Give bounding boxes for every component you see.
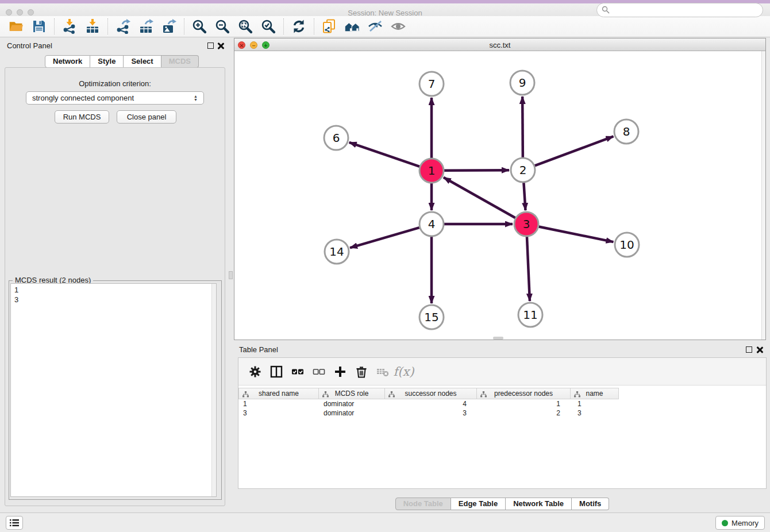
graph-edge-1-6[interactable] [349, 142, 419, 167]
cell-shared-name[interactable]: 3 [238, 408, 319, 418]
graph-edge-2-9[interactable] [522, 97, 523, 157]
network-frame-titlebar[interactable]: ✕ – + scc.txt [234, 38, 765, 51]
graph-node-15[interactable]: 15 [419, 305, 444, 329]
cell-MCDS-role[interactable]: dominator [319, 399, 385, 408]
control-panel-close-icon[interactable] [217, 43, 224, 49]
graph-node-2[interactable]: 2 [511, 158, 535, 182]
graph-edge-1-2[interactable] [444, 170, 509, 171]
graph-node-6[interactable]: 6 [324, 126, 348, 150]
show-all-button[interactable] [387, 17, 410, 36]
criterion-dropdown[interactable]: strongly connected component ▲▼ [26, 91, 204, 105]
panel-splitter-handle[interactable] [229, 271, 233, 279]
svg-text:9: 9 [519, 76, 526, 90]
column-header-MCDS-role[interactable]: MCDS role [319, 388, 385, 399]
apply-layout-refresh-button[interactable] [287, 17, 310, 36]
dropdown-stepper-icon: ▲▼ [194, 95, 198, 102]
hide-selected-button[interactable] [364, 17, 387, 36]
delete-table-button[interactable] [372, 362, 393, 381]
column-header-predecessor-nodes[interactable]: predecessor nodes [477, 388, 571, 399]
import-network-button[interactable] [58, 17, 81, 36]
network-canvas[interactable]: 7968124314101511 [234, 51, 765, 340]
svg-text:8: 8 [623, 125, 630, 138]
cell-name[interactable]: 1 [571, 399, 619, 408]
save-session-button[interactable] [28, 17, 51, 36]
show-columns-button[interactable] [265, 362, 287, 381]
control-tab-mcds[interactable]: MCDS [161, 55, 199, 68]
node-table-container: f(x) shared nameMCDS rolesuccessor nodes… [238, 357, 767, 489]
open-session-button[interactable] [5, 17, 28, 36]
search-input[interactable] [596, 3, 763, 17]
column-header-shared-name[interactable]: shared name [238, 388, 319, 399]
zoom-in-button[interactable] [188, 17, 211, 36]
clone-network-button[interactable] [318, 17, 341, 36]
toolbar-separator [184, 18, 184, 34]
zoom-fit-icon [238, 19, 253, 34]
control-tab-network[interactable]: Network [45, 55, 90, 68]
canvas-vscrollbar[interactable] [761, 51, 765, 340]
task-list-icon [10, 519, 19, 527]
cell-shared-name[interactable]: 1 [238, 399, 319, 408]
graph-edge-4-14[interactable] [350, 228, 419, 248]
graph-node-11[interactable]: 11 [518, 303, 542, 327]
zoom-out-button[interactable] [211, 17, 234, 36]
export-image-button[interactable] [157, 17, 180, 36]
cell-MCDS-role[interactable]: dominator [319, 408, 385, 418]
table-tab-node-table[interactable]: Node Table [395, 498, 451, 510]
first-neighbors-button[interactable] [341, 17, 364, 36]
column-header-label: successor nodes [405, 390, 456, 398]
cell-name[interactable]: 3 [571, 408, 619, 418]
graph-node-1[interactable]: 1 [419, 159, 444, 183]
table-row-2[interactable]: 3dominator323 [238, 408, 619, 418]
graph-edge-3-10[interactable] [539, 226, 614, 242]
function-builder-button[interactable]: f(x) [393, 362, 414, 381]
export-network-button[interactable] [111, 17, 134, 36]
cell-predecessor-nodes[interactable]: 2 [477, 408, 571, 418]
graph-node-4[interactable]: 4 [419, 212, 444, 236]
graph-edge-3-11[interactable] [527, 237, 530, 301]
cell-predecessor-nodes[interactable]: 1 [477, 399, 571, 408]
cell-successor-nodes[interactable]: 3 [385, 408, 477, 418]
control-panel-float-icon[interactable] [207, 43, 214, 49]
graph-edge-3-1[interactable] [444, 178, 515, 218]
graph-node-14[interactable]: 14 [325, 240, 349, 264]
import-table-button[interactable] [81, 17, 104, 36]
memory-button[interactable]: Memory [715, 516, 765, 530]
graph-node-8[interactable]: 8 [614, 119, 638, 144]
run-mcds-button[interactable]: Run MCDS [55, 110, 109, 124]
graph-node-9[interactable]: 9 [510, 71, 534, 95]
deselect-all-checkboxes-button[interactable] [308, 362, 329, 381]
control-tab-style[interactable]: Style [90, 55, 124, 68]
delete-column-button[interactable] [351, 362, 372, 381]
graph-node-3[interactable]: 3 [514, 212, 538, 236]
table-row-1[interactable]: 1dominator411 [238, 399, 619, 408]
export-table-button[interactable] [134, 17, 157, 36]
select-all-checkboxes-button[interactable] [287, 362, 308, 381]
control-tab-select[interactable]: Select [124, 55, 161, 68]
graph-edge-2-3[interactable] [523, 183, 525, 210]
table-tab-network-table[interactable]: Network Table [506, 498, 572, 510]
task-history-button[interactable] [6, 516, 23, 530]
close-panel-button[interactable]: Close panel [117, 110, 176, 124]
application-window: Session: New Session Control Panel Netwo… [0, 0, 770, 532]
import-network-icon [62, 19, 77, 34]
table-panel-float-icon[interactable] [746, 346, 752, 353]
zoom-selected-button[interactable] [257, 17, 280, 36]
toolbar-separator [283, 18, 284, 34]
graph-edge-2-8[interactable] [535, 136, 614, 165]
column-header-successor-nodes[interactable]: successor nodes [385, 388, 477, 399]
table-options-gear-button[interactable] [244, 362, 265, 381]
canvas-hscroll-thumb[interactable] [493, 337, 503, 340]
mcds-result-area[interactable]: 1 3 [10, 283, 217, 497]
table-tab-motifs[interactable]: Motifs [572, 498, 609, 510]
add-column-button[interactable] [329, 362, 351, 381]
table-panel-close-icon[interactable] [756, 346, 763, 353]
column-header-name[interactable]: name [571, 388, 619, 399]
graph-node-10[interactable]: 10 [615, 233, 639, 257]
zoom-fit-button[interactable] [234, 17, 257, 36]
table-tab-edge-table[interactable]: Edge Table [451, 498, 506, 510]
graph-node-7[interactable]: 7 [419, 72, 444, 96]
network-graph: 7968124314101511 [234, 51, 765, 340]
cell-successor-nodes[interactable]: 4 [385, 399, 477, 408]
export-network-icon [116, 19, 130, 34]
mcds-result-scrollbar[interactable] [211, 284, 216, 496]
